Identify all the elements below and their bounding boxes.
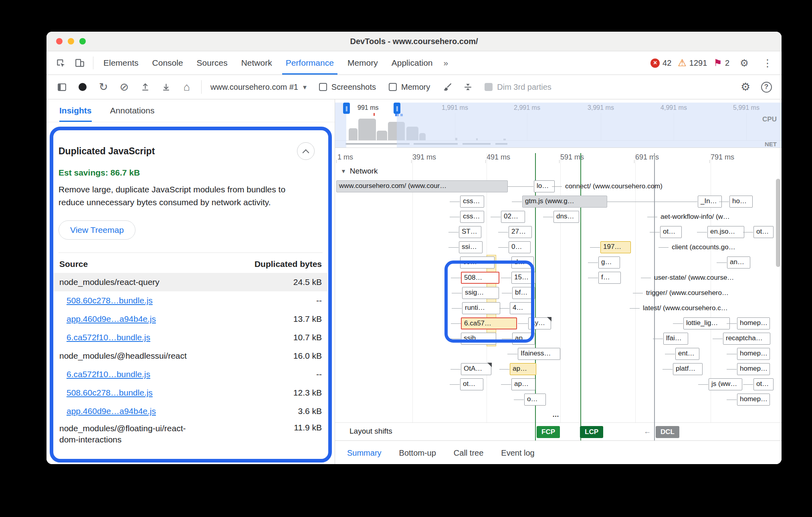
tab-sources[interactable]: Sources [190, 51, 234, 75]
network-request[interactable]: homep… [737, 348, 770, 360]
table-row[interactable]: app.460d9e…a94b4e.js3.6 kB [54, 402, 327, 420]
clear-button[interactable]: ⊘ [115, 78, 133, 96]
network-request[interactable]: 27… [509, 226, 532, 238]
bottom-tab-event-log[interactable]: Event log [492, 441, 543, 464]
network-request[interactable]: 6.ca57… [461, 317, 517, 329]
collapse-card-button[interactable] [297, 142, 315, 160]
network-request[interactable]: homep… [737, 394, 770, 406]
network-section-header[interactable]: ▼ Network [335, 164, 782, 178]
network-request[interactable]: lfai… [663, 333, 688, 345]
network-request[interactable]: www.coursehero.com/ (www.cour… [336, 180, 508, 192]
tab-console[interactable]: Console [145, 51, 190, 75]
tab-elements[interactable]: Elements [97, 51, 145, 75]
table-row[interactable]: node_modules/@headlessui/react16.0 kB [54, 347, 327, 365]
network-request[interactable]: bf… [512, 287, 535, 299]
network-request[interactable]: … [550, 409, 563, 421]
memory-checkbox[interactable]: Memory [389, 83, 430, 92]
network-request[interactable]: ap… [511, 378, 535, 390]
toggle-sidebar-icon[interactable] [53, 78, 71, 96]
network-request[interactable]: ho… [729, 196, 753, 208]
network-request[interactable]: f… [598, 272, 621, 284]
upload-profile-icon[interactable] [136, 78, 154, 96]
network-request[interactable]: Ifainess… [518, 348, 560, 360]
source-file-link[interactable]: 508.60c278…bundle.js [67, 388, 153, 398]
more-tabs-icon[interactable]: » [439, 51, 452, 75]
tab-application[interactable]: Application [385, 51, 440, 75]
network-request[interactable]: ot… [753, 226, 774, 238]
minimap-left-handle[interactable]: ∥ [343, 103, 350, 114]
network-request[interactable]: ap… [512, 333, 535, 345]
source-file-link[interactable]: 508.60c278…bundle.js [67, 296, 153, 305]
network-request[interactable]: user-state/ (www.course… [652, 272, 736, 284]
download-profile-icon[interactable] [157, 78, 175, 96]
network-request[interactable]: ent… [675, 348, 699, 360]
bottom-tab-bottom-up[interactable]: Bottom-up [390, 441, 445, 464]
zoom-button[interactable] [79, 38, 86, 44]
network-request[interactable]: ap… [510, 363, 536, 375]
network-request[interactable]: connect/ (www.coursehero.com) [563, 180, 665, 192]
minimap-right-handle[interactable]: ∥ [394, 103, 400, 114]
minimize-button[interactable] [68, 38, 74, 44]
bottom-tab-call-tree[interactable]: Call tree [445, 441, 492, 464]
source-file-link[interactable]: app.460d9e…a94b4e.js [67, 406, 156, 416]
network-request[interactable]: 02… [501, 211, 525, 223]
vertical-scrollbar-thumb[interactable] [776, 179, 780, 267]
network-request[interactable]: homep… [737, 363, 770, 375]
source-file-link[interactable]: 6.ca572f10…bundle.js [67, 370, 150, 379]
network-request[interactable]: platf… [673, 363, 703, 375]
network-request[interactable]: o… [524, 394, 546, 406]
table-row[interactable]: node_modules/react-query24.5 kB [54, 273, 327, 291]
perf-settings-gear-icon[interactable]: ⚙ [737, 78, 754, 96]
tab-memory[interactable]: Memory [341, 51, 385, 75]
network-request[interactable]: ssig… [462, 287, 499, 299]
tab-network[interactable]: Network [234, 51, 279, 75]
table-row[interactable]: 6.ca572f10…bundle.js-- [54, 365, 327, 384]
panel-tab-annotations[interactable]: Annotations [110, 99, 155, 122]
kebab-menu-icon[interactable]: ⋮ [759, 55, 776, 71]
home-icon[interactable]: ⌂ [178, 78, 196, 96]
inspect-icon[interactable] [52, 55, 69, 71]
view-treemap-button[interactable]: View Treemap [59, 220, 135, 240]
network-request[interactable]: css… [460, 211, 484, 223]
network-request[interactable]: ssi… [459, 241, 483, 253]
network-request[interactable]: ST… [459, 226, 481, 238]
network-request[interactable]: css… [460, 196, 484, 208]
help-button[interactable]: ? [757, 78, 775, 96]
table-row[interactable]: node_modules/@floating-ui/react-dom-inte… [54, 420, 327, 446]
network-request[interactable]: 4… [510, 302, 531, 314]
network-request[interactable]: gtm.js (www.g… [522, 196, 607, 208]
network-request[interactable]: an… [727, 256, 750, 269]
device-toolbar-icon[interactable] [71, 55, 88, 71]
gc-brush-icon[interactable] [438, 78, 456, 96]
network-request[interactable]: ot… [460, 378, 483, 390]
screenshots-checkbox[interactable]: Screenshots [319, 83, 376, 92]
network-request[interactable]: _In… [698, 196, 722, 208]
network-request[interactable]: trigger/ (www.coursehero… [644, 287, 731, 299]
close-button[interactable] [56, 38, 63, 44]
network-request[interactable]: ssih… [461, 333, 496, 345]
network-request[interactable]: g… [598, 256, 620, 269]
network-request[interactable]: client (accounts.go… [669, 241, 738, 253]
dim-3rd-parties-checkbox[interactable]: Dim 3rd parties [485, 83, 551, 92]
network-request[interactable]: lottie_lig… [683, 317, 730, 329]
network-request[interactable]: d… [511, 256, 534, 269]
network-request[interactable]: co… [460, 256, 495, 269]
record-button[interactable] [74, 78, 91, 96]
table-row[interactable]: app.460d9e…a94b4e.js13.7 kB [54, 310, 327, 328]
network-request[interactable]: OtA… [461, 363, 491, 375]
network-request[interactable]: ot… [660, 226, 682, 238]
collapse-icon[interactable] [459, 78, 477, 96]
network-request[interactable]: js (ww… [709, 378, 742, 390]
settings-gear-icon[interactable]: ⚙ [736, 55, 753, 71]
network-request[interactable]: ay… [528, 317, 551, 329]
network-request[interactable]: ot… [753, 378, 774, 390]
source-file-link[interactable]: 6.ca572f10…bundle.js [67, 333, 150, 342]
network-request[interactable]: dns… [553, 211, 579, 223]
table-row[interactable]: 508.60c278…bundle.js12.3 kB [54, 384, 327, 402]
issues-count-badge[interactable]: ⚑ 2 [713, 58, 729, 68]
table-row[interactable]: 508.60c278…bundle.js-- [54, 291, 327, 310]
reload-and-record-button[interactable]: ↻ [95, 78, 112, 96]
network-request[interactable]: aet-workflow-info/ (w… [658, 211, 732, 223]
source-file-link[interactable]: app.460d9e…a94b4e.js [67, 314, 156, 324]
bottom-tab-summary[interactable]: Summary [338, 441, 390, 464]
